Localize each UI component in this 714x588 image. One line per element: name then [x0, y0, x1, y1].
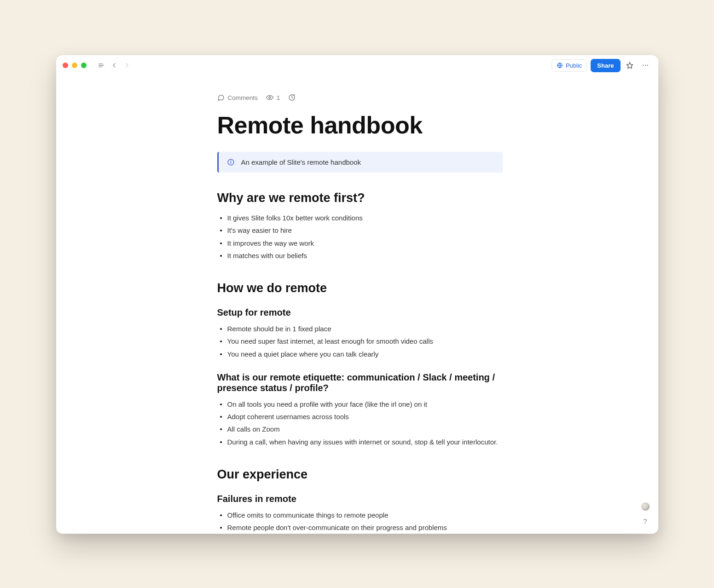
heading-why: Why are we remote first? [217, 191, 503, 205]
info-icon [227, 158, 235, 166]
svg-point-8 [647, 65, 648, 66]
history-icon [288, 94, 296, 101]
heading-how: How we do remote [217, 281, 503, 295]
minimize-window-icon[interactable] [72, 63, 77, 68]
share-button[interactable]: Share [591, 59, 620, 72]
comment-icon [217, 94, 225, 101]
public-label: Public [566, 62, 582, 69]
nav-back-icon[interactable] [108, 59, 121, 72]
eye-icon [266, 94, 273, 101]
traffic-lights [63, 63, 87, 68]
list-item: You need a quiet place where you can tal… [227, 348, 503, 360]
close-window-icon[interactable] [63, 63, 68, 68]
callout-text: An example of Slite's remote handbook [241, 158, 361, 166]
star-icon[interactable] [623, 59, 636, 72]
svg-point-14 [231, 161, 231, 161]
svg-point-7 [644, 65, 645, 66]
list-item: During a call, when having any issues wi… [227, 436, 503, 448]
failures-list: Office omits to communicate things to re… [217, 509, 503, 534]
floating-controls: ? [641, 502, 650, 525]
window-toolbar: Public Share [56, 55, 658, 75]
etiquette-list: On all tools you need a profile with you… [217, 398, 503, 448]
views-indicator[interactable]: 1 [266, 94, 280, 101]
heading-setup: Setup for remote [217, 307, 503, 318]
svg-point-9 [269, 97, 271, 98]
list-item: Remote should be in 1 fixed place [227, 323, 503, 335]
heading-failures: Failures in remote [217, 494, 503, 504]
heading-experience: Our experience [217, 467, 503, 482]
theme-toggle-icon[interactable] [641, 502, 650, 511]
list-item: Office omits to communicate things to re… [227, 509, 503, 521]
setup-list: Remote should be in 1 fixed place You ne… [217, 323, 503, 360]
maximize-window-icon[interactable] [81, 63, 87, 68]
list-item: Remote people don't over-communicate on … [227, 521, 503, 534]
public-badge[interactable]: Public [551, 59, 587, 72]
svg-point-6 [643, 65, 644, 66]
help-button[interactable]: ? [641, 516, 650, 525]
more-icon[interactable] [639, 59, 652, 72]
meta-row: Comments 1 [217, 94, 503, 101]
document: Comments 1 Remote handbook An example of… [217, 75, 503, 534]
sidebar-toggle-icon[interactable] [95, 59, 108, 72]
app-window: Public Share Comments 1 [56, 55, 658, 534]
page-title: Remote handbook [217, 111, 503, 139]
svg-marker-5 [627, 62, 633, 68]
why-list: It gives Slite folks 10x better work con… [217, 212, 503, 262]
list-item: All calls on Zoom [227, 423, 503, 435]
list-item: It gives Slite folks 10x better work con… [227, 212, 503, 224]
list-item: It improves the way we work [227, 237, 503, 249]
globe-icon [557, 62, 563, 69]
list-item: Adopt coherent usernames across tools [227, 410, 503, 423]
info-callout: An example of Slite's remote handbook [217, 152, 503, 173]
comments-label: Comments [228, 94, 258, 101]
history-button[interactable] [288, 94, 296, 101]
content-area: Comments 1 Remote handbook An example of… [56, 75, 658, 534]
view-count: 1 [277, 94, 280, 101]
list-item: It's way easier to hire [227, 224, 503, 236]
heading-etiquette: What is our remote etiquette: communicat… [217, 372, 503, 393]
nav-forward-icon[interactable] [121, 59, 134, 72]
list-item: It matches with our beliefs [227, 249, 503, 262]
list-item: You need super fast internet, at least e… [227, 335, 503, 347]
list-item: On all tools you need a profile with you… [227, 398, 503, 410]
svg-line-11 [294, 94, 295, 95]
comments-button[interactable]: Comments [217, 94, 258, 101]
